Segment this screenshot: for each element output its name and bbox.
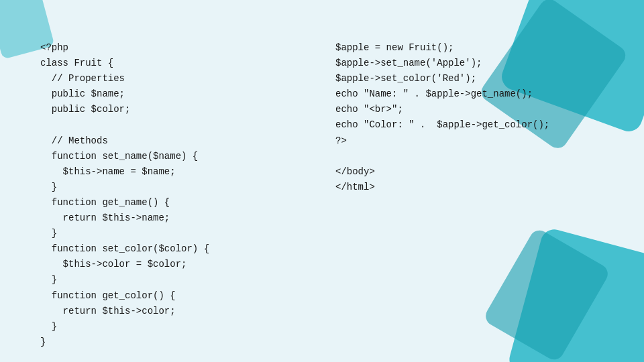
code-left-text: <?php class Fruit { // Properties public… <box>40 40 309 350</box>
code-block-left: <?php class Fruit { // Properties public… <box>40 40 309 350</box>
code-container: <?php class Fruit { // Properties public… <box>40 40 604 350</box>
code-block-right: $apple = new Fruit(); $apple->set_name('… <box>335 40 604 350</box>
code-right-text: $apple = new Fruit(); $apple->set_name('… <box>335 40 604 195</box>
